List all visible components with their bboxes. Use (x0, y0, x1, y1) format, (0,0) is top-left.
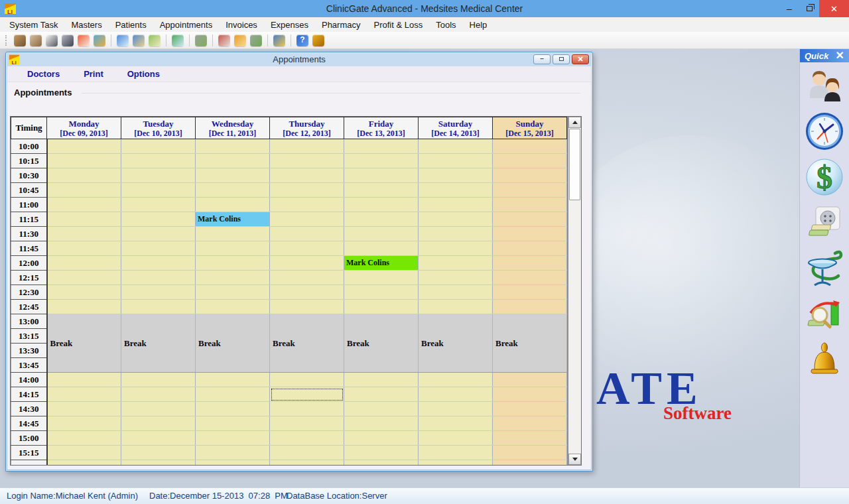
menu-system-task[interactable]: System Task (3, 20, 64, 30)
cashbox-icon[interactable] (218, 34, 230, 46)
slot-thursday-1245[interactable] (270, 300, 344, 314)
slot-friday-1000[interactable] (344, 139, 419, 154)
slot-thursday-partial[interactable] (270, 460, 344, 466)
appointments-window-titlebar[interactable]: Appointments – ✕ (6, 52, 592, 66)
quick-appointments-button[interactable] (800, 108, 849, 154)
slot-wednesday-1400[interactable] (196, 373, 270, 387)
slot-thursday-1200[interactable] (270, 256, 344, 271)
slot-tuesday-1245[interactable] (121, 300, 196, 314)
slot-thursday-1030[interactable] (270, 168, 344, 183)
slot-wednesday-1245[interactable] (196, 300, 270, 314)
slot-tuesday-1045[interactable] (121, 183, 196, 198)
signature-icon[interactable] (46, 34, 58, 46)
slot-sunday-1500[interactable] (493, 431, 567, 446)
slot-friday-1115[interactable] (344, 212, 419, 227)
slot-tuesday-1200[interactable] (121, 256, 196, 271)
slot-thursday-1430[interactable] (270, 402, 344, 416)
slot-friday-1445[interactable] (344, 416, 419, 431)
quick-patients-button[interactable] (800, 62, 849, 108)
calendar-icon[interactable] (133, 34, 145, 46)
slot-saturday-1415[interactable] (419, 387, 493, 402)
slot-thursday-1000[interactable] (270, 139, 344, 154)
payments-icon[interactable] (172, 34, 184, 46)
slot-wednesday-1200[interactable] (196, 256, 270, 271)
slot-saturday-1200[interactable] (419, 256, 493, 271)
slot-friday-1130[interactable] (344, 227, 419, 241)
slot-tuesday-1015[interactable] (121, 154, 196, 168)
slot-tuesday-1115[interactable] (121, 212, 196, 227)
slot-tuesday-1445[interactable] (121, 416, 196, 431)
slot-tuesday-1145[interactable] (121, 241, 196, 256)
slot-sunday-1215[interactable] (493, 271, 567, 285)
receipt-icon[interactable] (250, 34, 262, 46)
backup-icon[interactable] (273, 34, 285, 46)
slot-sunday-1445[interactable] (493, 416, 567, 431)
slot-monday-1200[interactable] (47, 256, 121, 271)
slot-sunday-1115[interactable] (493, 212, 567, 227)
slot-wednesday-1030[interactable] (196, 168, 270, 183)
slot-tuesday-1415[interactable] (121, 387, 196, 402)
slot-thursday-1230[interactable] (270, 285, 344, 300)
quick-expenses-button[interactable] (800, 200, 849, 245)
scrollbar-thumb[interactable] (569, 129, 580, 200)
slot-monday-partial[interactable] (47, 460, 121, 466)
slot-saturday-1400[interactable] (419, 373, 493, 387)
appointments-menu-options[interactable]: Options (127, 69, 160, 79)
slot-wednesday-1500[interactable] (196, 431, 270, 446)
minimize-button[interactable]: – (779, 0, 799, 17)
slot-monday-1045[interactable] (47, 183, 121, 198)
mdi-minimize-button[interactable]: – (533, 54, 551, 64)
slot-tuesday-partial[interactable] (121, 460, 196, 466)
slot-saturday-1115[interactable] (419, 212, 493, 227)
slot-sunday-1400[interactable] (493, 373, 567, 387)
slot-friday-1230[interactable] (344, 285, 419, 300)
mdi-close-button[interactable]: ✕ (572, 54, 589, 64)
slot-thursday-1445[interactable] (270, 416, 344, 431)
slot-thursday-1130[interactable] (270, 227, 344, 241)
slot-saturday-partial[interactable] (419, 460, 493, 466)
mdi-restore-button[interactable] (553, 54, 570, 64)
slot-sunday-1230[interactable] (493, 285, 567, 300)
appointments-clock-icon[interactable] (117, 34, 129, 46)
slot-monday-1145[interactable] (47, 241, 121, 256)
slot-friday-1430[interactable] (344, 402, 419, 416)
slot-monday-1000[interactable] (47, 139, 121, 154)
slot-tuesday-1515[interactable] (121, 446, 196, 460)
slot-wednesday-1015[interactable] (196, 154, 270, 168)
slot-monday-1515[interactable] (47, 446, 121, 460)
menu-masters[interactable]: Masters (64, 20, 108, 30)
slot-friday-1500[interactable] (344, 431, 419, 446)
slot-tuesday-1130[interactable] (121, 227, 196, 241)
slot-friday-1145[interactable] (344, 241, 419, 256)
slot-saturday-1500[interactable] (419, 431, 493, 446)
slot-saturday-1130[interactable] (419, 227, 493, 241)
slot-saturday-1515[interactable] (419, 446, 493, 460)
menu-help[interactable]: Help (463, 20, 494, 30)
slot-sunday-1515[interactable] (493, 446, 567, 460)
expenses-icon[interactable] (195, 34, 207, 46)
slot-sunday-1145[interactable] (493, 241, 567, 256)
slot-saturday-1445[interactable] (419, 416, 493, 431)
slot-friday-1515[interactable] (344, 446, 419, 460)
quick-billing-button[interactable]: $ (800, 154, 849, 200)
slot-monday-1015[interactable] (47, 154, 121, 168)
slot-wednesday-1000[interactable] (196, 139, 270, 154)
slot-saturday-1215[interactable] (419, 271, 493, 285)
slot-wednesday-1045[interactable] (196, 183, 270, 198)
quick-reports-button[interactable] (800, 291, 849, 337)
slot-wednesday-1445[interactable] (196, 416, 270, 431)
slot-sunday-1000[interactable] (493, 139, 567, 154)
slot-friday-1100[interactable] (344, 198, 419, 212)
slot-friday-1030[interactable] (344, 168, 419, 183)
appointment-mark-colins[interactable]: Mark Colins (344, 256, 419, 271)
slot-saturday-1000[interactable] (419, 139, 493, 154)
slot-sunday-1015[interactable] (493, 154, 567, 168)
slot-tuesday-1500[interactable] (121, 431, 196, 446)
slot-saturday-1145[interactable] (419, 241, 493, 256)
slot-sunday-1045[interactable] (493, 183, 567, 198)
quick-reminders-button[interactable] (800, 337, 849, 383)
scroll-down-button[interactable] (568, 454, 581, 465)
slot-wednesday-1145[interactable] (196, 241, 270, 256)
slot-wednesday-1130[interactable] (196, 227, 270, 241)
slot-monday-1030[interactable] (47, 168, 121, 183)
